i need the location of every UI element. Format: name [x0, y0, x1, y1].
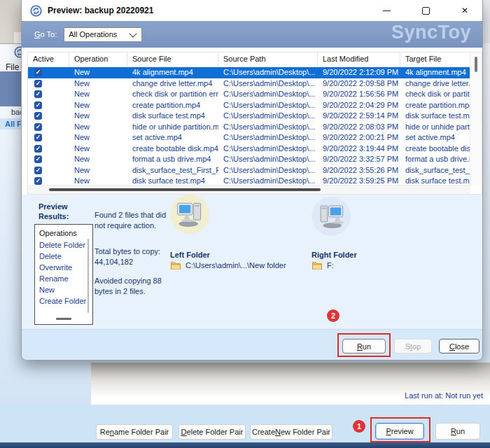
vertical-scrollbar-thumb[interactable]	[475, 57, 477, 72]
cell-source-file: create bootable disk.mp4	[127, 144, 218, 155]
listbox-vertical-scrollbar[interactable]	[88, 239, 89, 313]
operations-listbox[interactable]: Operations Delete Folder Delete Overwrit…	[34, 224, 93, 325]
cell-last-modified: 9/20/2022 2:08:03 PM	[318, 122, 400, 133]
column-header-operation[interactable]: Operation	[69, 52, 127, 66]
operations-list: Delete Folder Delete Overwrite Rename Ne…	[39, 239, 92, 307]
cell-active: ✓	[28, 78, 69, 90]
cell-active: ✓	[28, 67, 69, 78]
stop-button: Stop	[394, 339, 432, 354]
cell-last-modified: 9/20/2022 2:59:14 PM	[318, 111, 400, 122]
operations-list-item[interactable]: Delete Folder	[39, 239, 92, 251]
delete-folder-pair-button[interactable]: Delete Folder Pair	[178, 424, 246, 440]
operations-list-item[interactable]: Rename	[39, 273, 92, 284]
close-button[interactable]: Close	[439, 339, 479, 354]
main-window-content-panel: Last run at: Not run yet	[91, 363, 490, 405]
checkbox-checked-icon[interactable]: ✓	[34, 80, 42, 88]
table-row[interactable]: ✓ New 4k alignment.mp4 C:\Users\admin\De…	[28, 67, 470, 78]
table-row[interactable]: ✓ New set active.mp4 C:\Users\admin\Desk…	[28, 132, 470, 144]
table-row[interactable]: ✓ New change drive letter.mp4 C:\Users\a…	[28, 78, 470, 90]
window-controls: ✕	[382, 6, 482, 15]
cell-last-modified: 9/20/2022 3:59:25 PM	[318, 176, 400, 186]
horizontal-scrollbar-thumb[interactable]	[49, 188, 321, 191]
cell-active: ✓	[28, 176, 69, 186]
operations-table: Active Operation Source File Source Path…	[27, 52, 482, 195]
rename-folder-pair-button[interactable]: Rename Folder Pair	[96, 424, 173, 440]
table-row[interactable]: ✓ New disk_surface_test_First_F... C:\Us…	[28, 165, 470, 176]
column-header-target-file[interactable]: Target File	[400, 52, 470, 66]
cell-source-path: C:\Users\admin\Desktop\...	[218, 78, 318, 90]
cell-operation: New	[69, 100, 127, 111]
column-header-source-path[interactable]: Source Path	[218, 52, 318, 66]
cell-source-path: C:\Users\admin\Desktop\...	[218, 67, 318, 78]
checkbox-checked-icon[interactable]: ✓	[34, 167, 42, 174]
operations-list-item[interactable]: Overwrite	[39, 262, 92, 273]
close-icon[interactable]: ✕	[460, 6, 470, 15]
table-row[interactable]: ✓ New create partition.mp4 C:\Users\admi…	[28, 100, 470, 111]
chevron-down-icon	[130, 29, 137, 37]
column-header-active[interactable]: Active	[28, 52, 69, 66]
maximize-icon[interactable]	[421, 6, 430, 15]
cell-operation: New	[69, 176, 127, 186]
cell-last-modified: 9/20/2022 2:04:29 PM	[318, 100, 400, 111]
operations-list-item[interactable]: Delete	[39, 251, 92, 262]
checkbox-checked-icon[interactable]: ✓	[34, 102, 42, 109]
table-body: ✓ New 4k alignment.mp4 C:\Users\admin\De…	[28, 67, 470, 186]
horizontal-scrollbar[interactable]	[28, 185, 470, 194]
checkbox-checked-icon[interactable]: ✓	[34, 90, 42, 98]
dialog-titlebar: Preview: backup 20220921 ✕	[22, 0, 482, 21]
checkbox-checked-icon[interactable]: ✓	[34, 69, 42, 76]
cell-target-file: disk surface test.mp4	[400, 176, 470, 186]
minimize-icon[interactable]	[382, 6, 391, 15]
create-new-folder-pair-button[interactable]: Create New Folder Pair	[250, 424, 332, 440]
cell-active: ✓	[28, 132, 69, 144]
cell-source-file: disk surface test.mp4	[127, 176, 218, 186]
right-folder-path: F:	[327, 261, 334, 270]
listbox-horizontal-scrollbar-thumb[interactable]	[56, 318, 71, 320]
column-header-last-modified[interactable]: Last Modified	[318, 52, 400, 66]
right-folder-title: Right Folder	[312, 251, 357, 259]
checkbox-checked-icon[interactable]: ✓	[34, 134, 42, 141]
cell-source-path: C:\Users\admin\Desktop\...	[218, 100, 318, 111]
annotation-badge-2: 2	[327, 309, 340, 322]
table-row[interactable]: ✓ New format a usb drive.mp4 C:\Users\ad…	[28, 154, 470, 165]
checkbox-checked-icon[interactable]: ✓	[34, 145, 42, 153]
cell-active: ✓	[28, 154, 69, 165]
operations-list-item[interactable]: New	[39, 284, 92, 295]
left-computer-icon	[170, 195, 209, 234]
cell-target-file: 4k alignment.mp4	[400, 67, 470, 78]
cell-last-modified: 9/20/2022 2:09:58 PM	[318, 78, 400, 90]
cell-active: ✓	[28, 111, 69, 122]
goto-operations-dropdown[interactable]: All Operations	[64, 27, 142, 42]
table-row[interactable]: ✓ New disk surface test.mp4 C:\Users\adm…	[28, 176, 470, 186]
cell-source-path: C:\Users\admin\Desktop\...	[218, 176, 318, 186]
checkbox-checked-icon[interactable]: ✓	[34, 177, 42, 185]
cell-target-file: create partition.mp4	[400, 100, 470, 111]
table-row[interactable]: ✓ New check disk or partition err... C:\…	[28, 89, 470, 100]
cell-target-file: check disk or partition err	[400, 89, 470, 100]
cell-last-modified: 9/20/2022 2:00:21 PM	[318, 132, 400, 144]
cell-operation: New	[69, 144, 127, 155]
checkbox-checked-icon[interactable]: ✓	[34, 155, 42, 163]
column-header-source-file[interactable]: Source File	[127, 52, 218, 66]
vertical-scrollbar[interactable]	[470, 52, 482, 186]
table-row[interactable]: ✓ New hide or unhide partition.mp4 C:\Us…	[28, 122, 470, 133]
dialog-title: Preview: backup 20220921	[48, 6, 153, 15]
cell-source-file: hide or unhide partition.mp4	[127, 122, 218, 133]
cell-source-path: C:\Users\admin\Desktop\...	[218, 144, 318, 155]
dialog-button-strip: Run Stop Close	[22, 329, 482, 360]
menu-file[interactable]: File	[6, 62, 19, 72]
checkbox-checked-icon[interactable]: ✓	[34, 123, 42, 131]
cell-operation: New	[69, 67, 127, 78]
cell-source-path: C:\Users\admin\Desktop\...	[218, 132, 318, 144]
run-button-main[interactable]: Run	[435, 423, 480, 440]
table-row[interactable]: ✓ New disk surface test.mp4 C:\Users\adm…	[28, 111, 470, 122]
table-row[interactable]: ✓ New create bootable disk.mp4 C:\Users\…	[28, 144, 470, 155]
checkbox-checked-icon[interactable]: ✓	[34, 112, 42, 120]
left-folder-path: C:\Users\admin\...\New folder	[186, 261, 286, 270]
cell-target-file: disk surface test.mp4	[400, 111, 470, 122]
preview-results-heading: Preview Results:	[38, 202, 89, 222]
cell-active: ✓	[28, 89, 69, 100]
operations-list-item[interactable]: Create Folder	[39, 295, 92, 307]
total-bytes-text: Total bytes to copy: 44,104,182	[94, 246, 176, 267]
cell-operation: New	[69, 132, 127, 144]
